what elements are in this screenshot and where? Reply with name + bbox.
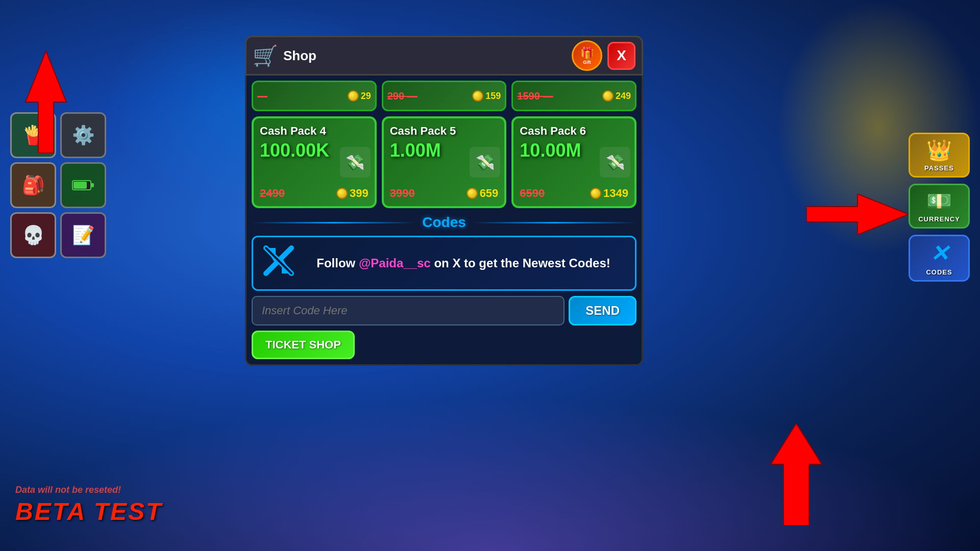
coin-icon-1 — [348, 90, 359, 102]
pack-5-image: 💸 — [470, 147, 500, 178]
arrow-up-to-send — [771, 423, 822, 525]
coin-icon-3 — [602, 90, 614, 102]
top-pack-1-cut-price: — — [257, 90, 267, 102]
pack-4-name: Cash Pack 4 — [260, 124, 369, 138]
top-pack-2-coin-price: 159 — [472, 90, 501, 102]
sidebar-row-3: 💀 📝 — [10, 212, 106, 258]
sidebar-icon-backpack[interactable]: 🎒 — [10, 162, 56, 208]
gift-button[interactable]: 🎁 Gift — [572, 40, 602, 71]
coin-icon-2 — [472, 90, 483, 102]
top-packs-row: — 29 290 — 159 1590 — 249 — [252, 81, 636, 111]
pack-4-price-value: 399 — [350, 187, 369, 200]
top-pack-3-price-value: 249 — [616, 91, 631, 102]
pack-5-old-price: 3990 — [390, 187, 415, 200]
pack-5-pricing: 3990 659 — [390, 187, 499, 200]
top-pack-3-cut-price: 1590 — — [517, 90, 553, 102]
coin-icon-pack5 — [467, 188, 478, 199]
currency-label: CURRENCY — [918, 215, 960, 223]
send-button[interactable]: SEND — [569, 296, 636, 325]
sidebar-row-2: 🎒 — [10, 162, 106, 208]
top-pack-1-price-value: 29 — [361, 91, 371, 102]
shop-basket-icon: 🛒 — [253, 44, 278, 68]
pack-6-image: 💸 — [600, 147, 630, 178]
code-input-field[interactable] — [252, 296, 565, 325]
shop-header: 🛒 Shop 🎁 Gift X — [245, 36, 643, 76]
pack-5-name: Cash Pack 5 — [390, 124, 499, 138]
arrow-down-left — [10, 51, 82, 153]
top-pack-3-coin-price: 249 — [602, 90, 631, 102]
gift-label: Gift — [583, 60, 591, 65]
codes-divider: Codes — [252, 214, 636, 231]
right-sidebar: 👑 PASSES 💵 CURRENCY ✕ CODES — [909, 133, 970, 282]
bg-floor — [0, 398, 980, 551]
ticket-shop-button[interactable]: TICKET SHOP — [252, 331, 355, 359]
svg-marker-11 — [771, 423, 822, 525]
svg-rect-1 — [91, 183, 94, 187]
top-pack-1-coin-price: 29 — [348, 90, 371, 102]
data-warning-text: Data will not be reseted! — [15, 485, 162, 495]
codes-label: CODES — [926, 268, 952, 276]
pack-card-5[interactable]: Cash Pack 5 1.00M 💸 3990 659 — [382, 116, 507, 208]
follow-text: Follow @Paida__sc on X to get the Newest… — [302, 255, 625, 271]
codes-line-right — [472, 222, 636, 223]
pack-4-pricing: 2490 399 — [260, 187, 369, 200]
pack-6-name: Cash Pack 6 — [520, 124, 628, 138]
shop-modal: 🛒 Shop 🎁 Gift X — 29 290 — 15 — [245, 36, 643, 366]
code-input-row: SEND — [252, 296, 636, 325]
passes-label: PASSES — [924, 164, 954, 172]
codes-section-label: Codes — [422, 214, 466, 231]
x-logo-icon — [263, 245, 294, 281]
pack-4-image: 💸 — [340, 147, 371, 178]
main-packs-row: Cash Pack 4 100.00K 💸 2490 399 Cash Pack… — [252, 116, 636, 208]
pack-6-pricing: 6590 1349 — [520, 187, 628, 200]
currency-icon: 💵 — [926, 189, 952, 213]
svg-marker-3 — [26, 51, 66, 153]
pack-5-price-value: 659 — [480, 187, 499, 200]
arrow-right-to-codes — [806, 194, 909, 235]
top-pack-2-cut-price: 290 — — [387, 90, 418, 102]
close-icon: X — [617, 47, 626, 64]
sidebar-icon-battery[interactable] — [60, 162, 106, 208]
pack-6-old-price: 6590 — [520, 187, 545, 200]
codes-line-left — [252, 222, 416, 223]
svg-rect-2 — [74, 182, 87, 189]
top-pack-2-price-value: 159 — [485, 91, 501, 102]
follow-box: Follow @Paida__sc on X to get the Newest… — [252, 236, 636, 291]
codes-button[interactable]: ✕ CODES — [909, 235, 970, 282]
gift-icon: 🎁 — [580, 46, 594, 60]
coin-icon-pack4 — [336, 188, 348, 199]
beta-container: Data will not be reseted! BETA TEST — [15, 485, 162, 525]
close-button[interactable]: X — [607, 42, 635, 70]
pack-card-6[interactable]: Cash Pack 6 10.00M 💸 6590 1349 — [511, 116, 636, 208]
shop-title: Shop — [283, 48, 567, 64]
pack-4-old-price: 2490 — [260, 187, 285, 200]
follow-handle: @Paida__sc — [359, 256, 431, 270]
pack-6-price-value: 1349 — [603, 187, 628, 200]
follow-text-after: on X to get the Newest Codes! — [431, 256, 610, 270]
beta-label: BETA TEST — [15, 497, 162, 525]
passes-icon: 👑 — [926, 138, 952, 162]
sidebar-icon-notepad[interactable]: 📝 — [60, 212, 106, 258]
passes-button[interactable]: 👑 PASSES — [909, 133, 970, 178]
pack-6-new-price: 1349 — [590, 187, 628, 200]
pack-5-new-price: 659 — [467, 187, 499, 200]
pack-4-new-price: 399 — [336, 187, 369, 200]
svg-marker-4 — [806, 194, 909, 235]
top-pack-1[interactable]: — 29 — [252, 81, 377, 111]
codes-x-icon: ✕ — [930, 240, 949, 266]
follow-text-before: Follow — [316, 256, 359, 270]
sidebar-icon-skull[interactable]: 💀 — [10, 212, 56, 258]
currency-button[interactable]: 💵 CURRENCY — [909, 184, 970, 229]
top-pack-2[interactable]: 290 — 159 — [382, 81, 507, 111]
top-pack-3[interactable]: 1590 — 249 — [511, 81, 636, 111]
pack-card-4[interactable]: Cash Pack 4 100.00K 💸 2490 399 — [252, 116, 377, 208]
coin-icon-pack6 — [590, 188, 601, 199]
shop-modal-body: — 29 290 — 159 1590 — 249 — [245, 76, 643, 366]
